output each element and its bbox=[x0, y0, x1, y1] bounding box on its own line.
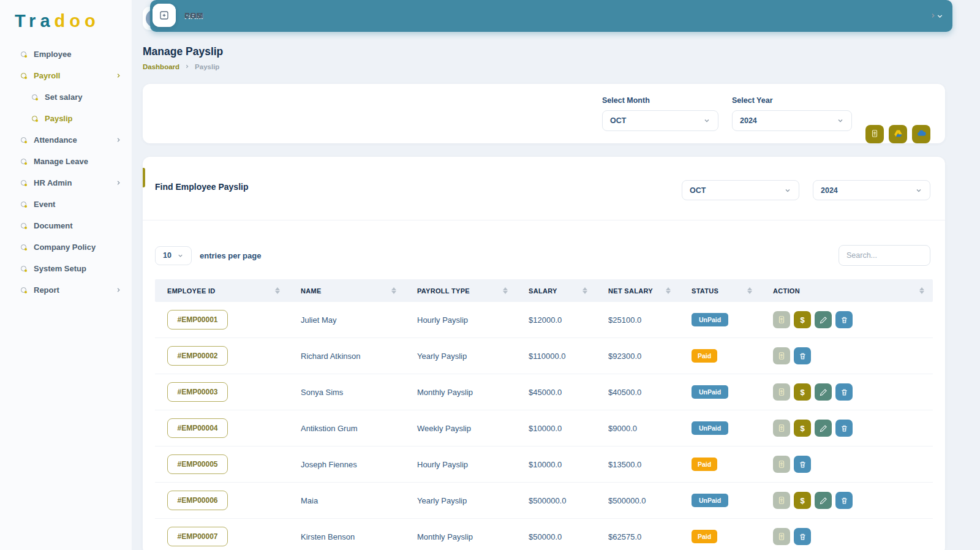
pay-button[interactable]: $ bbox=[794, 420, 811, 437]
dollar-icon: $ bbox=[800, 496, 804, 505]
bullet-icon bbox=[21, 287, 26, 293]
salary-value: $12000.0 bbox=[516, 315, 596, 325]
sidebar-item-event[interactable]: Event bbox=[0, 194, 132, 215]
sidebar-item-set-salary[interactable]: Set salary bbox=[0, 86, 132, 108]
salary-value: $10000.0 bbox=[516, 460, 596, 469]
dollar-icon: $ bbox=[800, 424, 804, 433]
status-badge: Paid bbox=[692, 458, 717, 471]
delete-button[interactable] bbox=[794, 456, 811, 473]
sidebar-item-label: CRM bbox=[184, 11, 203, 20]
page-title: Manage Payslip bbox=[143, 45, 945, 58]
sidebar-item-hr-admin[interactable]: HR Admin bbox=[0, 172, 132, 194]
crm-icon bbox=[153, 4, 176, 27]
net-salary-value: $13500.0 bbox=[596, 460, 679, 469]
sidebar-item-company-policy[interactable]: Company Policy bbox=[0, 236, 132, 258]
pay-button[interactable]: $ bbox=[794, 383, 811, 401]
bullet-icon bbox=[21, 223, 26, 228]
search-input[interactable] bbox=[839, 245, 930, 266]
employee-id-badge[interactable]: #EMP00004 bbox=[167, 418, 228, 438]
select-month-label: Select Month bbox=[602, 96, 718, 105]
delete-button[interactable] bbox=[794, 528, 811, 545]
sort-icon[interactable] bbox=[503, 287, 508, 294]
payroll-type: Yearly Payslip bbox=[405, 496, 516, 505]
breadcrumb-separator-icon bbox=[184, 63, 190, 70]
month-select[interactable]: OCT bbox=[602, 110, 718, 131]
payslip-file-icon bbox=[777, 424, 786, 432]
onedrive-export-button[interactable] bbox=[912, 125, 930, 143]
find-month-select[interactable]: OCT bbox=[682, 180, 799, 200]
employee-id-badge[interactable]: #EMP00002 bbox=[167, 346, 228, 366]
employee-id-badge[interactable]: #EMP00006 bbox=[167, 491, 228, 510]
sort-icon[interactable] bbox=[919, 287, 924, 294]
view-payslip-button[interactable] bbox=[773, 311, 790, 328]
cloud-icon bbox=[916, 128, 927, 140]
sort-icon[interactable] bbox=[275, 287, 280, 294]
sort-icon[interactable] bbox=[391, 287, 396, 294]
chevron-right-icon bbox=[115, 179, 122, 186]
sort-icon[interactable] bbox=[747, 287, 752, 294]
employee-id-badge[interactable]: #EMP00003 bbox=[167, 382, 228, 402]
sidebar: Tradoo RetainerInvoicePurchasesProjectsA… bbox=[0, 0, 132, 550]
sidebar-item-crm[interactable]: CRM bbox=[143, 0, 945, 31]
brand-logo[interactable]: Tradoo bbox=[0, 0, 132, 40]
sidebar-item-system-setup[interactable]: System Setup bbox=[0, 258, 132, 279]
delete-button[interactable] bbox=[794, 347, 811, 364]
sidebar-item-payslip[interactable]: Payslip bbox=[0, 108, 132, 129]
view-payslip-button[interactable] bbox=[773, 456, 790, 473]
sidebar-item-report[interactable]: Report bbox=[0, 279, 132, 301]
delete-button[interactable] bbox=[835, 383, 853, 401]
employee-name: Maia bbox=[288, 496, 405, 505]
export-buttons bbox=[865, 113, 930, 143]
pay-button[interactable]: $ bbox=[794, 492, 811, 509]
view-payslip-button[interactable] bbox=[773, 383, 790, 401]
table-row: #EMP00006 Maia Yearly Payslip $500000.0 … bbox=[155, 483, 933, 519]
edit-button[interactable] bbox=[815, 311, 832, 328]
employee-id-badge[interactable]: #EMP00001 bbox=[167, 310, 228, 330]
sidebar-item-document[interactable]: Document bbox=[0, 215, 132, 236]
edit-button[interactable] bbox=[815, 383, 832, 401]
sidebar-item-manage-leave[interactable]: Manage Leave bbox=[0, 151, 132, 172]
payslip-file-icon bbox=[777, 352, 786, 360]
find-year-value: 2024 bbox=[821, 186, 838, 195]
view-payslip-button[interactable] bbox=[773, 528, 790, 545]
edit-button[interactable] bbox=[815, 492, 832, 509]
sidebar-item-attendance[interactable]: Attendance bbox=[0, 129, 132, 151]
delete-button[interactable] bbox=[835, 492, 853, 509]
trash-icon bbox=[840, 424, 848, 432]
google-drive-icon bbox=[894, 129, 903, 140]
employee-id-badge[interactable]: #EMP00005 bbox=[167, 454, 228, 474]
pay-button[interactable]: $ bbox=[794, 311, 811, 328]
section-accent-bar bbox=[143, 168, 145, 187]
sort-icon[interactable] bbox=[582, 287, 587, 294]
delete-button[interactable] bbox=[835, 420, 853, 437]
trash-icon bbox=[840, 388, 848, 396]
view-payslip-button[interactable] bbox=[773, 347, 790, 364]
employee-id-badge[interactable]: #EMP00007 bbox=[167, 527, 228, 546]
status-badge: UnPaid bbox=[692, 313, 728, 326]
edit-button[interactable] bbox=[815, 420, 832, 437]
pencil-icon bbox=[820, 497, 827, 505]
entries-per-page-select[interactable]: 10 bbox=[155, 246, 192, 265]
export-payslip-button[interactable] bbox=[865, 125, 884, 143]
sidebar-item-label: System Setup bbox=[34, 264, 86, 273]
table-row: #EMP00005 Joseph Fiennes Hourly Payslip … bbox=[155, 446, 933, 483]
entries-per-page-label: entries per page bbox=[200, 251, 261, 260]
sidebar-menu: RetainerInvoicePurchasesProjectsAccounti… bbox=[0, 43, 132, 301]
chevron-down-icon bbox=[703, 117, 710, 124]
sort-icon[interactable] bbox=[666, 287, 671, 294]
chevron-right-icon bbox=[115, 72, 122, 79]
view-payslip-button[interactable] bbox=[773, 420, 790, 437]
sidebar-item-employee[interactable]: Employee bbox=[0, 43, 132, 65]
find-year-select[interactable]: 2024 bbox=[813, 180, 930, 200]
google-drive-export-button[interactable] bbox=[889, 125, 907, 143]
chevron-down-icon bbox=[177, 252, 184, 259]
delete-button[interactable] bbox=[835, 311, 853, 328]
main-content: Tradoo ERP 0 Create Workspace bbox=[143, 0, 945, 550]
sidebar-item-payroll[interactable]: Payroll bbox=[0, 65, 132, 86]
view-payslip-button[interactable] bbox=[773, 492, 790, 509]
payslip-file-icon bbox=[777, 496, 786, 505]
trash-icon bbox=[799, 533, 807, 541]
sidebar-item-label: Company Policy bbox=[34, 243, 96, 252]
breadcrumb-dashboard-link[interactable]: Dashboard bbox=[143, 63, 179, 70]
year-select[interactable]: 2024 bbox=[732, 110, 852, 131]
